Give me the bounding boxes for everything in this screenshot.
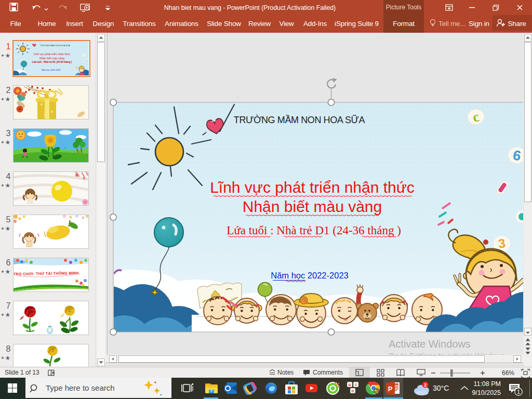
svg-text:Lứa tuổi : Nhà trẻ D1 (24-36 t: Lứa tuổi : Nhà trẻ D1 (24-36 tháng ) [32,60,72,63]
svg-text:Năm học 2022-2023: Năm học 2022-2023 [42,69,61,71]
svg-text:Lĩnh vực phát triển nhận thức: Lĩnh vực phát triển nhận thức [34,52,71,56]
svg-text:2: 2 [424,382,427,388]
svg-text:P: P [388,385,393,393]
svg-text:n: n [352,389,354,393]
svg-text:6: 6 [86,59,88,62]
svg-text:TRƯỜNG MẦM NON HOA SỮA: TRƯỜNG MẦM NON HOA SỮA [40,44,70,47]
svg-text:u: u [349,383,351,387]
svg-text:Nhận biết màu vàng: Nhận biết màu vàng [39,57,64,60]
svg-text:i: i [355,383,356,387]
svg-text:1: 1 [517,389,520,395]
